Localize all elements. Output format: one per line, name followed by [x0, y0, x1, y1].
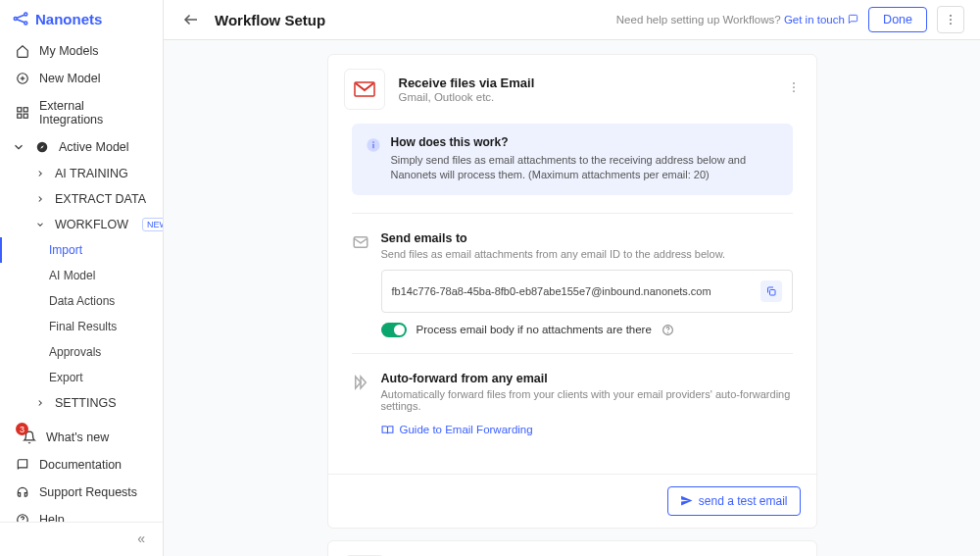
guide-forwarding-link[interactable]: Guide to Email Forwarding: [381, 424, 533, 436]
info-callout: How does this work? Simply send files as…: [352, 124, 793, 195]
brand-logo[interactable]: Nanonets: [0, 0, 163, 37]
send-emails-desc: Send files as email attachments from any…: [381, 248, 793, 260]
inbound-email-address: fb14c776-78a8-45ba-8fb0-eb87abe155e7@inb…: [392, 285, 711, 297]
chevron-down-icon: [12, 140, 25, 154]
toggle-label: Process email body if no attachments are…: [416, 324, 652, 335]
svg-rect-27: [372, 144, 373, 149]
sidebar-subitem-import[interactable]: Import: [0, 237, 163, 263]
sidebar-subitem-label: Data Actions: [49, 294, 115, 308]
svg-rect-8: [18, 108, 22, 112]
sidebar-subitem-label: Final Results: [49, 320, 117, 333]
sidebar-section-label: AI TRAINING: [55, 167, 128, 180]
home-icon: [16, 44, 29, 58]
sidebar-item-label: Active Model: [59, 140, 129, 154]
sidebar-item-label: What's new: [46, 430, 109, 444]
help-tooltip-icon[interactable]: [662, 324, 674, 336]
book-icon: [16, 458, 29, 472]
svg-point-18: [950, 15, 952, 17]
svg-point-20: [950, 23, 952, 25]
sidebar-section-extract-data[interactable]: EXTRACT DATA: [0, 186, 163, 212]
done-button[interactable]: Done: [868, 7, 927, 32]
email-import-card: Receive files via Email Gmail, Outlook e…: [327, 54, 817, 529]
chevron-right-icon: [35, 169, 45, 178]
sidebar-item-whats-new[interactable]: 3 What's new: [0, 424, 163, 451]
svg-marker-32: [355, 377, 360, 388]
info-body: Simply send files as email attachments t…: [391, 153, 779, 183]
sidebar-subitem-ai-model[interactable]: AI Model: [0, 263, 163, 288]
sidebar-item-label: My Models: [39, 44, 98, 58]
sidebar-item-label: Documentation: [39, 458, 122, 472]
card-title: Receive files via Email: [399, 76, 535, 90]
sidebar-item-label: Support Requests: [39, 485, 137, 499]
copy-email-button[interactable]: [760, 280, 782, 302]
svg-rect-29: [769, 289, 775, 295]
sidebar-section-label: SETTINGS: [55, 396, 117, 410]
plus-circle-icon: [16, 72, 29, 85]
send-test-email-button[interactable]: send a test email: [667, 486, 801, 516]
sidebar: Nanonets My Models New Model External In…: [0, 0, 164, 556]
mail-icon: [352, 233, 369, 251]
more-vertical-icon: [944, 13, 957, 26]
forward-icon: [352, 374, 369, 391]
sidebar-section-workflow[interactable]: WORKFLOW NEW: [0, 212, 163, 237]
send-icon: [680, 494, 693, 507]
svg-point-26: [372, 141, 374, 143]
svg-point-24: [793, 90, 795, 92]
sidebar-subitem-label: Import: [49, 243, 82, 257]
sidebar-item-external-integrations[interactable]: External Integrations: [0, 92, 163, 133]
sidebar-item-support[interactable]: Support Requests: [0, 479, 163, 506]
svg-point-31: [667, 332, 668, 333]
card-menu-button[interactable]: [787, 80, 801, 98]
chat-icon: [848, 14, 858, 25]
grid-icon: [16, 106, 29, 120]
sidebar-section-settings[interactable]: SETTINGS: [0, 390, 163, 416]
more-vertical-icon: [787, 80, 801, 94]
api-import-card: Integrate via API: [327, 540, 817, 556]
sidebar-item-documentation[interactable]: Documentation: [0, 451, 163, 479]
brand-label: Nanonets: [35, 11, 102, 27]
chevron-down-icon: [35, 220, 45, 229]
svg-point-2: [24, 22, 27, 25]
sidebar-item-help[interactable]: Help: [0, 506, 163, 522]
sidebar-item-label: External Integrations: [39, 99, 151, 126]
sidebar-section-label: WORKFLOW: [55, 218, 128, 231]
main-panel: Workflow Setup Need help setting up Work…: [164, 0, 980, 556]
sidebar-section-ai-training[interactable]: AI TRAINING: [0, 161, 163, 186]
sidebar-collapse-button[interactable]: «: [0, 527, 163, 550]
auto-forward-desc: Automatically forward files from your cl…: [381, 388, 793, 412]
svg-point-23: [793, 86, 795, 88]
sidebar-subitem-final-results[interactable]: Final Results: [0, 314, 163, 339]
sidebar-subitem-label: Approvals: [49, 345, 101, 359]
copy-icon: [765, 285, 777, 297]
content-area[interactable]: Receive files via Email Gmail, Outlook e…: [164, 40, 980, 556]
chevron-right-icon: [35, 194, 45, 204]
gmail-icon: [344, 69, 385, 110]
topbar: Workflow Setup Need help setting up Work…: [164, 0, 980, 40]
svg-point-1: [24, 13, 27, 16]
svg-point-14: [18, 515, 28, 522]
get-in-touch-link[interactable]: Get in touch: [784, 14, 858, 25]
compass-icon: [35, 140, 49, 154]
logo-icon: [12, 10, 29, 27]
info-title: How does this work?: [391, 135, 779, 149]
book-open-icon: [381, 424, 394, 436]
sidebar-subitem-approvals[interactable]: Approvals: [0, 339, 163, 365]
sidebar-item-new-model[interactable]: New Model: [0, 65, 163, 92]
chevron-right-icon: [35, 398, 45, 408]
sidebar-item-label: Help: [39, 513, 65, 522]
sidebar-subitem-data-actions[interactable]: Data Actions: [0, 288, 163, 314]
sidebar-item-my-models[interactable]: My Models: [0, 37, 163, 65]
send-emails-title: Send emails to: [381, 231, 793, 245]
svg-point-19: [950, 19, 952, 21]
sidebar-item-label: New Model: [39, 72, 101, 85]
new-badge: NEW: [142, 218, 163, 231]
topbar-help-text: Need help setting up Workflows? Get in t…: [616, 14, 858, 25]
svg-point-22: [793, 82, 795, 84]
sidebar-subitem-export[interactable]: Export: [0, 365, 163, 390]
process-body-toggle[interactable]: [381, 323, 407, 337]
topbar-menu-button[interactable]: [937, 6, 964, 33]
back-button[interactable]: [179, 8, 203, 31]
sidebar-item-active-model[interactable]: Active Model: [0, 133, 163, 161]
card-subtitle: Gmail, Outlook etc.: [399, 91, 535, 103]
inbound-email-box: fb14c776-78a8-45ba-8fb0-eb87abe155e7@inb…: [381, 270, 793, 313]
